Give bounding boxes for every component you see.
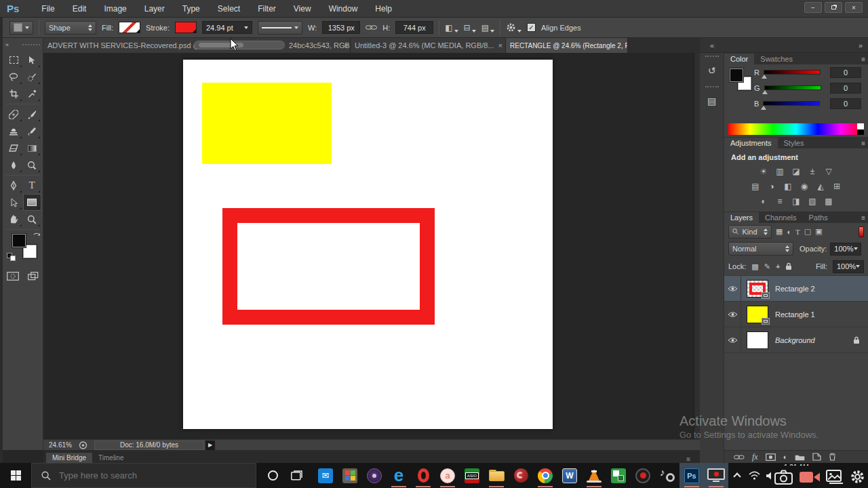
layer-row-rectangle-1[interactable]: Rectangle 1 xyxy=(724,302,868,327)
add-mask-icon[interactable] xyxy=(766,453,776,461)
selective-color-icon[interactable]: ▩ xyxy=(822,196,836,206)
lock-all-icon[interactable] xyxy=(785,262,792,270)
visibility-toggle[interactable] xyxy=(724,327,741,352)
menu-view[interactable]: View xyxy=(285,0,320,18)
menu-help[interactable]: Help xyxy=(366,0,401,18)
search-input[interactable] xyxy=(59,470,229,481)
blue-value-field[interactable]: 0 xyxy=(830,98,861,109)
gradient-map-icon[interactable]: ▧ xyxy=(806,196,820,206)
filter-type-icon[interactable]: T xyxy=(795,228,800,236)
zoom-tool[interactable] xyxy=(23,211,41,228)
fill-field[interactable]: 100% xyxy=(833,260,864,273)
layer-thumbnail[interactable] xyxy=(747,280,768,298)
filter-kind-select[interactable]: Kind xyxy=(728,225,772,239)
panel-menu-icon[interactable]: ≡ xyxy=(861,140,865,147)
default-colors-icon[interactable] xyxy=(7,253,16,261)
invert-icon[interactable]: ◐ xyxy=(757,196,771,206)
shape-height-field[interactable]: 744 px xyxy=(395,21,433,34)
new-adjustment-layer-icon[interactable]: ◐ xyxy=(783,453,788,461)
red-slider[interactable] xyxy=(764,70,821,75)
link-layers-icon[interactable] xyxy=(734,454,745,460)
filter-shape-icon[interactable]: ▢ xyxy=(804,227,811,236)
file-explorer-button[interactable] xyxy=(484,463,509,488)
stroke-type-select[interactable] xyxy=(258,21,302,35)
zoom-level[interactable]: 24.61% xyxy=(49,441,79,449)
levels-icon[interactable]: ▥ xyxy=(773,166,787,176)
status-options-button[interactable]: ▶ xyxy=(205,441,215,450)
slider-thumb[interactable] xyxy=(762,90,768,94)
tab-timeline[interactable]: Timeline xyxy=(92,453,130,463)
fill-swatch[interactable] xyxy=(119,22,140,33)
vertical-scrollbar[interactable] xyxy=(694,53,700,439)
vlc-app-button[interactable] xyxy=(582,463,606,488)
a-app-button[interactable]: a xyxy=(435,463,460,488)
history-panel-button[interactable]: ↺ xyxy=(703,60,722,81)
menu-window[interactable]: Window xyxy=(320,0,367,18)
foreground-color-swatch[interactable] xyxy=(12,234,26,247)
lock-transparency-icon[interactable]: ▩ xyxy=(751,262,758,271)
menu-layer[interactable]: Layer xyxy=(136,0,174,18)
panel-menu-icon[interactable]: ≡ xyxy=(686,455,690,463)
document-info[interactable]: Doc: 16.0M/0 bytes xyxy=(94,441,204,450)
red-value-field[interactable]: 0 xyxy=(830,67,861,78)
asio-app-button[interactable]: ASIO xyxy=(460,463,484,488)
brightness-contrast-icon[interactable]: ☀ xyxy=(757,166,771,176)
restore-button[interactable] xyxy=(825,2,842,13)
mail-app-button[interactable]: ✉ xyxy=(313,463,338,488)
tool-preset-picker[interactable] xyxy=(9,21,33,35)
menu-type[interactable]: Type xyxy=(174,0,209,18)
tab-untitled-3[interactable]: Untitled-3 @ 24.6% (MC MEDIA, RGB/8... × xyxy=(351,38,506,53)
tab-color[interactable]: Color xyxy=(724,54,754,64)
red-stroke-rectangle-shape[interactable] xyxy=(222,208,435,325)
close-tab-icon[interactable]: × xyxy=(344,41,348,49)
new-layer-icon[interactable] xyxy=(812,453,821,461)
slider-thumb[interactable] xyxy=(762,75,767,79)
tab-channels[interactable]: Channels xyxy=(759,212,802,223)
recorder-app-button[interactable] xyxy=(631,463,655,488)
threshold-icon[interactable]: ◨ xyxy=(789,196,804,206)
music-app-button[interactable]: ♪ xyxy=(655,463,679,488)
canvas-area[interactable] xyxy=(43,53,700,439)
marquee-tool[interactable] xyxy=(5,52,23,68)
opacity-field[interactable]: 100% xyxy=(830,243,861,256)
tab-adjustments[interactable]: Adjustments xyxy=(724,138,778,148)
lasso-tool[interactable] xyxy=(5,68,23,85)
link-dimensions-icon[interactable] xyxy=(366,24,377,31)
start-button[interactable] xyxy=(0,463,31,488)
swap-colors-icon[interactable] xyxy=(33,232,41,241)
tool-mode-select[interactable]: Shape xyxy=(45,21,96,35)
record-video-icon[interactable] xyxy=(799,470,821,484)
close-button[interactable]: × xyxy=(845,2,863,13)
rectangle-tool-active[interactable] xyxy=(23,194,41,211)
clone-stamp-tool[interactable] xyxy=(5,123,23,140)
filter-smart-object-icon[interactable]: ▣ xyxy=(815,227,822,236)
new-group-icon[interactable] xyxy=(795,453,805,461)
yellow-rectangle-shape[interactable] xyxy=(202,83,332,164)
menu-edit[interactable]: Edit xyxy=(64,0,96,18)
green-value-field[interactable]: 0 xyxy=(830,83,861,94)
minimize-button[interactable]: − xyxy=(804,2,822,13)
translate-app-button[interactable] xyxy=(606,463,631,488)
path-selection-tool[interactable] xyxy=(5,194,23,211)
white-swatch[interactable] xyxy=(857,123,864,129)
adobe-drive-icon[interactable] xyxy=(79,441,87,449)
geometry-options-button[interactable] xyxy=(506,22,521,33)
layer-name[interactable]: Background xyxy=(775,336,815,344)
align-edges-checkbox[interactable]: ✓ xyxy=(527,23,536,32)
screenshot-camera-icon[interactable] xyxy=(774,470,793,485)
layer-name[interactable]: Rectangle 2 xyxy=(775,285,815,293)
properties-panel-button[interactable]: ▤ xyxy=(703,91,722,111)
taskbar-search-box[interactable] xyxy=(31,463,256,488)
type-tool[interactable]: T xyxy=(23,177,41,194)
tab-mini-bridge[interactable]: Mini Bridge xyxy=(46,453,92,463)
delete-layer-icon[interactable] xyxy=(829,453,836,461)
red-app-button[interactable] xyxy=(509,463,533,488)
dodge-tool[interactable] xyxy=(23,157,41,174)
panel-menu-icon[interactable]: ≡ xyxy=(861,56,865,63)
task-view-button[interactable] xyxy=(285,463,309,488)
green-slider[interactable] xyxy=(764,85,821,90)
stroke-swatch[interactable] xyxy=(175,22,197,33)
color-spectrum-bar[interactable] xyxy=(728,123,864,135)
blend-mode-select[interactable]: Normal xyxy=(728,242,793,256)
color-lookup-icon[interactable]: ⊞ xyxy=(830,181,844,191)
